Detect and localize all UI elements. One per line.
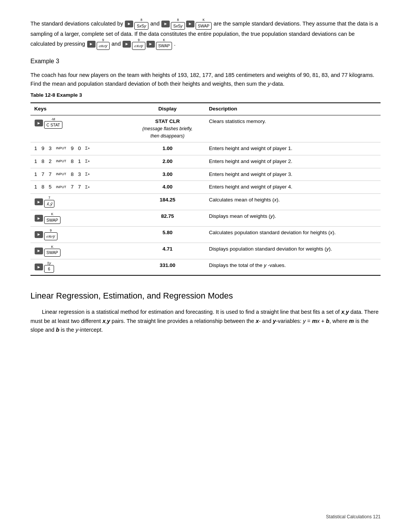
table-caption: Table 12-8 Example 3 <box>30 91 381 99</box>
arrow-icon-4: ► <box>87 41 96 48</box>
example-text: The coach has four new players on the te… <box>30 71 381 88</box>
key-swap1-wrap: K SWAP <box>44 212 61 224</box>
keys-swap1: ► K SWAP <box>30 210 130 227</box>
key-swap2-wrap: K SWAP <box>44 245 61 257</box>
table-row: ► 7 x̄, ȳ 184.25 Calculates mean of hei… <box>30 194 381 210</box>
display-swap2: 4.71 <box>130 243 205 259</box>
key-seq-row1: 1 9 3 INPUT 9 0 Σ+ <box>34 145 92 153</box>
keys-sigma6: ► Σy 6 <box>30 259 130 275</box>
key-sxsy-1: 8 SxSy <box>134 18 148 30</box>
key-0a: 0 <box>78 145 85 153</box>
desc-xbar: Calculates mean of heights (x). <box>205 194 381 210</box>
arrow-sigma6: ► <box>35 264 43 270</box>
key-seq-cstat: ► -M C STAT <box>34 118 63 129</box>
and-text-2: and <box>112 41 122 47</box>
key-7d: 7 <box>78 183 85 191</box>
key-8d: 8 <box>41 183 48 191</box>
key-seq-swap1: ► K SWAP <box>34 212 61 224</box>
table-row: ► 9 𝜎x𝜎y 5.80 Calculates population stan… <box>30 226 381 243</box>
desc-row3: Enters height and weight of player 3. <box>205 168 381 181</box>
intro-para1: The standard deviations calculated by ► … <box>30 18 381 50</box>
desc-swap2: Displays population standard deviation f… <box>205 243 381 259</box>
keys-c-stat: ► -M C STAT <box>30 115 130 142</box>
key-1d: 1 <box>34 183 41 191</box>
display-xbar: 184.25 <box>130 194 205 210</box>
table-row: 1 9 3 INPUT 9 0 Σ+ 1.00 Enters height an… <box>30 142 381 155</box>
keys-row2: 1 8 2 INPUT 8 1 Σ+ <box>30 155 130 168</box>
key-9b: 9 <box>71 145 78 153</box>
arrow-cstat: ► <box>35 120 43 126</box>
table-row: ► K SWAP 4.71 Displays population standa… <box>30 243 381 259</box>
key-xbar-wrap: 7 x̄, ȳ <box>44 196 54 208</box>
keys-row4: 1 8 5 INPUT 7 7 Σ+ <box>30 181 130 194</box>
key-group-2: ► 8 SxSy ► K SWAP <box>161 18 212 30</box>
key-seq-swap2: ► K SWAP <box>34 245 61 257</box>
col-keys: Keys <box>30 103 130 115</box>
key-3a: 3 <box>49 145 56 153</box>
key-1a: 1 <box>78 158 85 166</box>
keys-row1: 1 9 3 INPUT 9 0 Σ+ <box>30 142 130 155</box>
keys-sigma9: ► 9 𝜎x𝜎y <box>30 226 130 243</box>
key-input-1: INPUT <box>56 146 70 151</box>
desc-cstat: Clears statistics memory. <box>205 115 381 142</box>
example-table: Keys Display Description ► -M C STAT <box>30 102 381 276</box>
key-8c: 8 <box>71 171 78 179</box>
key-group-4: ► 9 𝜎x𝜎y ► K SWAP <box>122 38 172 50</box>
display-row4: 4.00 <box>130 181 205 194</box>
key-sigma-1: Σ+ <box>85 145 92 152</box>
key-seq-row4: 1 8 5 INPUT 7 7 Σ+ <box>34 183 92 191</box>
arrow-icon-6: ► <box>147 41 155 48</box>
display-row3: 3.00 <box>130 168 205 181</box>
key-sigma-2: Σ+ <box>85 158 92 165</box>
display-sigma9: 5.80 <box>130 226 205 243</box>
key-input-4: INPUT <box>56 185 70 190</box>
section-para: Linear regression is a statistical metho… <box>30 308 381 334</box>
arrow-swap1: ► <box>35 215 43 222</box>
key-3a: 3 <box>78 171 85 179</box>
table-row: ► Σy 6 331.00 Displays the total of the … <box>30 259 381 275</box>
key-seq-row2: 1 8 2 INPUT 8 1 Σ+ <box>34 158 92 166</box>
key-sigma6-wrap: Σy 6 <box>44 262 54 273</box>
display-row2: 2.00 <box>130 155 205 168</box>
arrow-icon-5: ► <box>123 41 131 48</box>
table-row: ► K SWAP 82.75 Displays mean of weights … <box>30 210 381 227</box>
page-footer: Statistical Calculations 121 <box>326 513 381 521</box>
page-content: The standard deviations calculated by ► … <box>30 18 381 334</box>
example-body-text: The coach has four new players on the te… <box>30 72 374 87</box>
key-seq-sigma9: ► 9 𝜎x𝜎y <box>34 229 58 240</box>
keys-swap2: ► K SWAP <box>30 243 130 259</box>
intro-text1: The standard deviations calculated by <box>30 21 123 27</box>
desc-sigma6: Displays the total of the y -values. <box>205 259 381 275</box>
display-cstat: STAT CLR (message flashes briefly,then d… <box>130 115 205 142</box>
display-cstat-main: STAT CLR <box>134 118 201 126</box>
example-text2: -data. <box>270 81 284 87</box>
key-oxoy-1: 9 𝜎x𝜎y <box>97 38 110 50</box>
arrow-icon-3: ► <box>186 21 194 27</box>
key-5a: 5 <box>49 183 56 191</box>
key-sxsy-2: 8 SxSy <box>171 18 185 30</box>
key-cstat: -M C STAT <box>44 118 62 129</box>
key-2a: 2 <box>49 158 56 166</box>
key-8b: 8 <box>71 158 78 166</box>
keys-row3: 1 7 7 INPUT 8 3 Σ+ <box>30 168 130 181</box>
and-text-1: and <box>150 21 161 27</box>
section-heading: Linear Regression, Estimation, and Regre… <box>30 289 381 302</box>
desc-row1: Enters height and weight of player 1. <box>205 142 381 155</box>
desc-sigma9: Calculates population standard deviation… <box>205 226 381 243</box>
arrow-xbar: ► <box>35 198 43 205</box>
example-heading: Example 3 <box>30 57 381 66</box>
key-group-3: ► 9 𝜎x𝜎y <box>87 38 110 50</box>
keys-xbar: ► 7 x̄, ȳ <box>30 194 130 210</box>
arrow-icon-1: ► <box>125 21 133 27</box>
period: . <box>174 41 175 47</box>
display-cstat-sub: (message flashes briefly,then disappears… <box>134 125 201 139</box>
key-oxoy-2: 9 𝜎x𝜎y <box>132 38 145 50</box>
key-swap-top: K SWAP <box>196 18 212 30</box>
desc-row4: Enters height and weight of player 4. <box>205 181 381 194</box>
key-1c: 1 <box>34 171 41 179</box>
table-row: 1 7 7 INPUT 8 3 Σ+ 3.00 Enters height an… <box>30 168 381 181</box>
desc-swap1: Displays mean of weights (y). <box>205 210 381 227</box>
key-input-3: INPUT <box>56 172 70 177</box>
key-7c: 7 <box>71 183 78 191</box>
key-8a: 8 <box>41 158 48 166</box>
